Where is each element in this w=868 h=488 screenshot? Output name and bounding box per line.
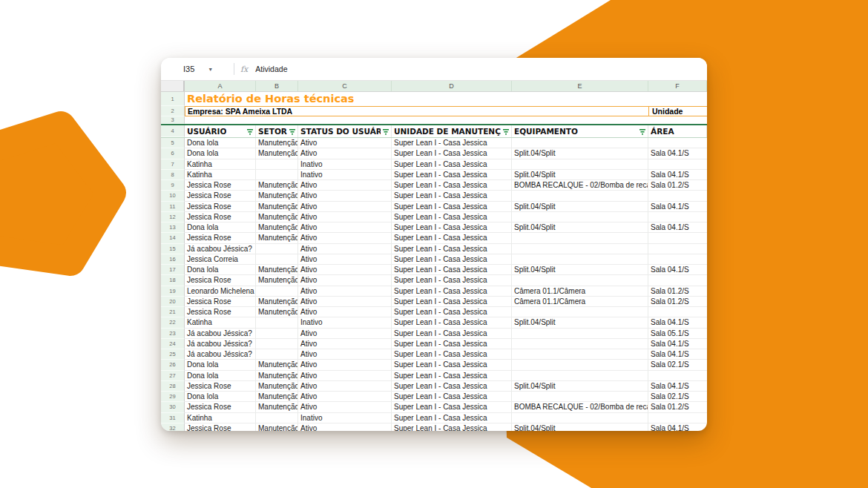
cell-area[interactable]: Sala 02.1/S bbox=[648, 360, 707, 370]
filter-icon[interactable] bbox=[246, 128, 254, 135]
header-equipamento[interactable]: EQUIPAMENTO bbox=[512, 125, 648, 137]
cell-reference[interactable]: I35 bbox=[183, 65, 194, 73]
cell-area[interactable] bbox=[648, 371, 707, 381]
cell-area[interactable] bbox=[648, 233, 707, 243]
cell-unidade[interactable]: Super Lean I - Casa Jessica bbox=[392, 265, 512, 275]
cell-status[interactable]: Ativo bbox=[298, 254, 392, 265]
cell-usuario[interactable]: Katinha bbox=[185, 413, 256, 423]
cell-area[interactable] bbox=[648, 191, 707, 201]
cell-setor[interactable] bbox=[256, 170, 298, 180]
column-header-d[interactable]: D bbox=[392, 81, 512, 91]
cell-setor[interactable]: Manutenção bbox=[256, 180, 298, 191]
cell-area[interactable] bbox=[648, 138, 707, 148]
cell-equipamento[interactable]: BOMBA RECALQUE - 02/Bomba de recalque bbox=[512, 180, 648, 191]
cell-status[interactable]: Ativo bbox=[298, 286, 392, 297]
cell-status[interactable]: Inativo bbox=[298, 413, 392, 423]
cell-area[interactable] bbox=[648, 275, 707, 286]
header-usuario[interactable]: USUÁRIO bbox=[185, 125, 256, 137]
cell-status[interactable]: Ativo bbox=[298, 202, 392, 212]
cell-equipamento[interactable]: Split.04/Split bbox=[512, 381, 648, 392]
cell-equipamento[interactable] bbox=[512, 275, 648, 286]
cell-status[interactable]: Ativo bbox=[298, 423, 392, 431]
cell-setor[interactable]: Manutenção bbox=[256, 307, 298, 317]
cell-area[interactable] bbox=[648, 413, 707, 423]
cell-usuario[interactable]: Katinha bbox=[185, 159, 256, 170]
cell-status[interactable]: Ativo bbox=[298, 233, 392, 243]
cell-unidade[interactable]: Super Lean I - Casa Jessica bbox=[392, 307, 512, 317]
cell-area[interactable]: Sala 04.1/S bbox=[648, 222, 707, 233]
row-number[interactable]: 8 bbox=[161, 170, 185, 180]
cell-area[interactable] bbox=[648, 212, 707, 222]
cell-usuario[interactable]: Dona lola bbox=[185, 392, 256, 402]
cell-equipamento[interactable] bbox=[512, 392, 648, 402]
select-all-corner[interactable] bbox=[161, 81, 185, 91]
row-number[interactable]: 15 bbox=[161, 244, 185, 254]
cell-equipamento[interactable]: Split.04/Split bbox=[512, 222, 648, 233]
cell-area[interactable]: Sala 04.1/S bbox=[648, 317, 707, 328]
cell-usuario[interactable]: Dona lola bbox=[185, 222, 256, 233]
cell-equipamento[interactable] bbox=[512, 349, 648, 360]
row-number[interactable]: 10 bbox=[161, 191, 185, 201]
cell-unidade[interactable]: Super Lean I - Casa Jessica bbox=[392, 339, 512, 349]
column-header-f[interactable]: F bbox=[648, 81, 707, 91]
row-number[interactable]: 9 bbox=[161, 180, 185, 191]
cell-area[interactable]: Sala 04.1/S bbox=[648, 170, 707, 180]
cell-usuario[interactable]: Dona lola bbox=[185, 371, 256, 381]
cell-usuario[interactable]: Já acabou Jéssica? bbox=[185, 329, 256, 339]
cell-unidade[interactable]: Super Lean I - Casa Jessica bbox=[392, 381, 512, 392]
cell-area[interactable]: Sala 04.1/S bbox=[648, 265, 707, 275]
row-number[interactable]: 16 bbox=[161, 254, 185, 265]
cell-equipamento[interactable] bbox=[512, 138, 648, 148]
row-number[interactable]: 4 bbox=[161, 125, 185, 137]
row-number[interactable]: 7 bbox=[161, 159, 185, 170]
page-title[interactable]: Relatório de Horas técnicas bbox=[185, 92, 707, 106]
cell-equipamento[interactable] bbox=[512, 339, 648, 349]
cell-setor[interactable]: Manutenção bbox=[256, 212, 298, 222]
row-number[interactable]: 25 bbox=[161, 349, 185, 360]
cell-status[interactable]: Ativo bbox=[298, 371, 392, 381]
cell-status[interactable]: Ativo bbox=[298, 191, 392, 201]
cell-unidade[interactable]: Super Lean I - Casa Jessica bbox=[392, 202, 512, 212]
cell-status[interactable]: Ativo bbox=[298, 381, 392, 392]
cell-usuario[interactable]: Dona lola bbox=[185, 138, 256, 148]
filter-icon[interactable] bbox=[502, 128, 510, 135]
row-number[interactable]: 14 bbox=[161, 233, 185, 243]
cell-unidade[interactable]: Super Lean I - Casa Jessica bbox=[392, 423, 512, 431]
column-header-c[interactable]: C bbox=[298, 81, 392, 91]
company-cell[interactable]: Empresa: SPA Ameixa LTDA bbox=[185, 106, 648, 116]
cell-equipamento[interactable] bbox=[512, 371, 648, 381]
cell-status[interactable]: Ativo bbox=[298, 339, 392, 349]
cell-setor[interactable]: Manutenção bbox=[256, 371, 298, 381]
cell-status[interactable]: Ativo bbox=[298, 244, 392, 254]
row-number[interactable]: 23 bbox=[161, 329, 185, 339]
cell-equipamento[interactable] bbox=[512, 233, 648, 243]
cell-usuario[interactable]: Dona lola bbox=[185, 360, 256, 370]
filter-icon[interactable] bbox=[289, 128, 296, 135]
row-number[interactable]: 20 bbox=[161, 297, 185, 307]
cell-equipamento[interactable]: Câmera 01.1/Câmera bbox=[512, 286, 648, 297]
cell-unidade[interactable]: Super Lean I - Casa Jessica bbox=[392, 191, 512, 201]
cell-status[interactable]: Inativo bbox=[298, 159, 392, 170]
cell-setor[interactable]: Manutenção bbox=[256, 360, 298, 370]
cell-usuario[interactable]: Já acabou Jéssica? bbox=[185, 349, 256, 360]
cell-usuario[interactable]: Dona lola bbox=[185, 148, 256, 159]
cell-status[interactable]: Ativo bbox=[298, 297, 392, 307]
cell-equipamento[interactable]: Split.04/Split bbox=[512, 202, 648, 212]
cell-unidade[interactable]: Super Lean I - Casa Jessica bbox=[392, 349, 512, 360]
cell-area[interactable]: Sala 05.1/S bbox=[648, 329, 707, 339]
row-number[interactable]: 29 bbox=[161, 392, 185, 402]
header-setor[interactable]: SETOR bbox=[256, 125, 298, 137]
cell-setor[interactable]: Manutenção bbox=[256, 381, 298, 392]
cell-status[interactable]: Ativo bbox=[298, 307, 392, 317]
cell-unidade[interactable]: Super Lean I - Casa Jessica bbox=[392, 329, 512, 339]
cell-usuario[interactable]: Jessica Rose bbox=[185, 275, 256, 286]
cell-setor[interactable] bbox=[256, 339, 298, 349]
cell-equipamento[interactable]: Split.04/Split bbox=[512, 148, 648, 159]
row-number[interactable]: 26 bbox=[161, 360, 185, 370]
cell-equipamento[interactable] bbox=[512, 413, 648, 423]
cell-unidade[interactable]: Super Lean I - Casa Jessica bbox=[392, 233, 512, 243]
cell-setor[interactable]: Manutenção bbox=[256, 265, 298, 275]
cell-area[interactable]: Sala 01.2/S bbox=[648, 402, 707, 412]
cell-area[interactable] bbox=[648, 254, 707, 265]
row-number[interactable]: 2 bbox=[161, 106, 185, 116]
